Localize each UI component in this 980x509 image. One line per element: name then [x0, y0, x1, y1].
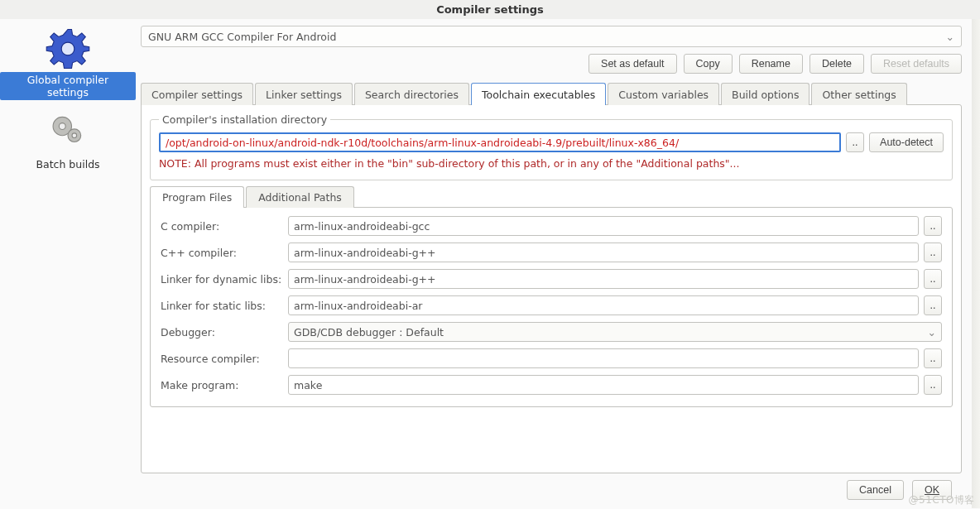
linker-dynamic-input[interactable]	[288, 269, 919, 289]
tab-linker-settings[interactable]: Linker settings	[255, 83, 353, 105]
sidebar-item-global-compiler-settings[interactable]: Global compiler settings	[0, 24, 136, 105]
reset-defaults-button: Reset defaults	[871, 54, 962, 74]
make-program-input[interactable]	[288, 375, 919, 395]
window-title: Compiler settings	[0, 0, 980, 19]
main-panel: GNU ARM GCC Compiler For Android ⌄ Set a…	[136, 19, 972, 508]
tab-compiler-settings[interactable]: Compiler settings	[141, 83, 253, 105]
svg-point-2	[59, 123, 65, 130]
copy-button[interactable]: Copy	[684, 54, 733, 74]
row-c-compiler: C compiler: ..	[161, 216, 942, 236]
compiler-selector-value: GNU ARM GCC Compiler For Android	[148, 31, 336, 43]
sub-tabstrip: Program Files Additional Paths	[150, 185, 953, 207]
linker-dynamic-browse[interactable]: ..	[924, 269, 942, 289]
ok-button[interactable]: OK	[912, 480, 952, 500]
debugger-value: GDB/CDB debugger : Default	[294, 326, 444, 339]
gears-icon	[45, 107, 91, 153]
sidebar-item-batch-builds[interactable]: Batch builds	[0, 105, 136, 175]
chevron-down-icon: ⌄	[928, 326, 936, 339]
install-dir-note: NOTE: All programs must exist either in …	[159, 157, 944, 170]
subtab-program-files[interactable]: Program Files	[150, 186, 244, 208]
field-label: Resource compiler:	[161, 353, 283, 365]
delete-button[interactable]: Delete	[809, 54, 864, 74]
set-default-button[interactable]: Set as default	[588, 54, 676, 74]
resource-compiler-browse[interactable]: ..	[924, 348, 942, 368]
chevron-down-icon: ⌄	[946, 31, 954, 43]
install-dir-input[interactable]	[159, 132, 841, 152]
subtab-additional-paths[interactable]: Additional Paths	[246, 186, 354, 208]
c-compiler-input[interactable]	[288, 216, 919, 236]
linker-static-browse[interactable]: ..	[924, 295, 942, 315]
tab-toolchain-executables[interactable]: Toolchain executables	[471, 83, 606, 105]
resource-compiler-input[interactable]	[288, 348, 919, 368]
svg-point-4	[72, 133, 77, 138]
sidebar-item-label: Batch builds	[36, 158, 99, 170]
row-linker-static: Linker for static libs: ..	[161, 295, 942, 315]
install-dir-browse-button[interactable]: ..	[846, 132, 864, 152]
gear-icon	[45, 26, 91, 72]
cpp-compiler-browse[interactable]: ..	[924, 242, 942, 262]
make-program-browse[interactable]: ..	[924, 375, 942, 395]
cpp-compiler-input[interactable]	[288, 242, 919, 262]
field-label: Make program:	[161, 379, 283, 391]
cancel-button[interactable]: Cancel	[847, 480, 904, 500]
install-dir-legend: Compiler's installation directory	[159, 113, 330, 126]
field-label: C compiler:	[161, 220, 283, 233]
sidebar-item-label: Global compiler settings	[0, 72, 136, 100]
toolchain-executables-panel: Compiler's installation directory .. Aut…	[141, 104, 962, 473]
program-files-panel: C compiler: .. C++ compiler: .. Linker f…	[150, 207, 953, 407]
tab-search-directories[interactable]: Search directories	[354, 83, 469, 105]
linker-static-input[interactable]	[288, 295, 919, 315]
rename-button[interactable]: Rename	[739, 54, 803, 74]
tab-custom-variables[interactable]: Custom variables	[608, 83, 719, 105]
field-label: Linker for dynamic libs:	[161, 273, 283, 286]
dialog-footer: Cancel OK	[141, 473, 962, 508]
install-dir-group: Compiler's installation directory .. Aut…	[150, 113, 953, 180]
tab-build-options[interactable]: Build options	[721, 83, 809, 105]
debugger-select[interactable]: GDB/CDB debugger : Default ⌄	[288, 322, 942, 342]
row-cpp-compiler: C++ compiler: ..	[161, 242, 942, 262]
row-debugger: Debugger: GDB/CDB debugger : Default ⌄	[161, 322, 942, 342]
scrollbar-rail[interactable]	[972, 19, 980, 508]
compiler-selector[interactable]: GNU ARM GCC Compiler For Android ⌄	[141, 26, 962, 47]
tab-other-settings[interactable]: Other settings	[811, 83, 906, 105]
field-label: C++ compiler:	[161, 247, 283, 259]
row-make-program: Make program: ..	[161, 375, 942, 395]
compiler-action-row: Set as default Copy Rename Delete Reset …	[141, 54, 962, 74]
svg-point-0	[61, 42, 74, 55]
field-label: Linker for static libs:	[161, 300, 283, 312]
row-linker-dynamic: Linker for dynamic libs: ..	[161, 269, 942, 289]
row-resource-compiler: Resource compiler: ..	[161, 348, 942, 368]
c-compiler-browse[interactable]: ..	[924, 216, 942, 236]
main-tabstrip: Compiler settings Linker settings Search…	[141, 82, 962, 104]
sidebar: Global compiler settings Batch builds	[0, 19, 136, 508]
autodetect-button[interactable]: Auto-detect	[869, 132, 944, 152]
field-label: Debugger:	[161, 326, 283, 339]
